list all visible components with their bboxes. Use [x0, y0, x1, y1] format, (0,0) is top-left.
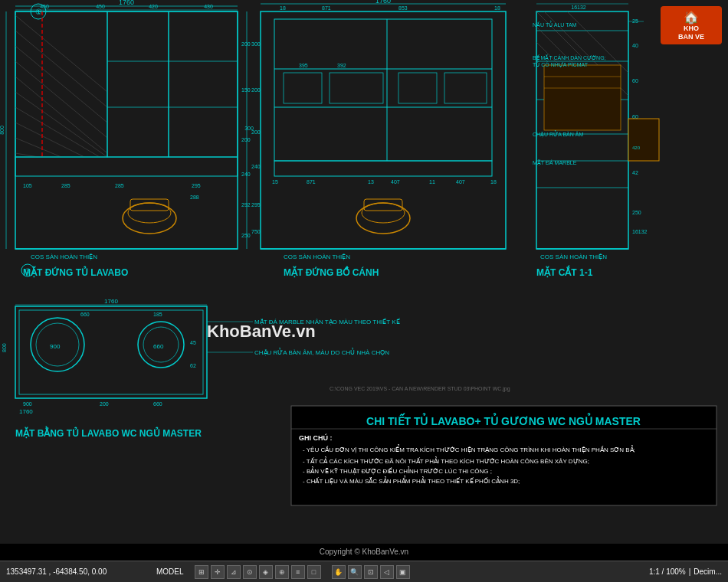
ortho-icon[interactable]: ⊿ — [227, 565, 241, 579]
svg-text:①: ① — [25, 267, 31, 275]
zoom-window-icon[interactable]: ▣ — [396, 565, 410, 579]
svg-text:42: 42 — [632, 170, 638, 175]
svg-text:800: 800 — [0, 126, 5, 135]
svg-text:COS SÀN HOÀN THIỆN: COS SÀN HOÀN THIỆN — [540, 253, 607, 260]
svg-text:TỦ CÓ NHỰA PICMAT: TỦ CÓ NHỰA PICMAT — [533, 60, 589, 68]
coordinates-display: 1353497.31 , -64384.50, 0.00 — [6, 567, 144, 576]
svg-text:420: 420 — [632, 146, 641, 150]
svg-text:40: 40 — [632, 43, 638, 48]
svg-rect-118 — [628, 119, 659, 161]
khobanve-logo: 🏠 KHO BAN VE — [661, 6, 722, 44]
svg-text:CHI TIẾT TỦ LAVABO+ TỦ GƯƠNG W: CHI TIẾT TỦ LAVABO+ TỦ GƯƠNG WC NGỦ MAST… — [366, 413, 641, 427]
svg-text:200: 200 — [251, 87, 261, 93]
svg-text:900: 900 — [50, 343, 61, 350]
grid-icon[interactable]: ⊞ — [195, 565, 208, 579]
svg-text:295: 295 — [192, 183, 201, 188]
svg-text:450: 450 — [96, 4, 105, 9]
svg-text:660: 660 — [153, 401, 162, 407]
svg-text:871: 871 — [322, 5, 331, 11]
svg-text:871: 871 — [307, 179, 316, 185]
svg-text:KhoBanVe.vn: KhoBanVe.vn — [207, 322, 316, 341]
svg-text:407: 407 — [391, 179, 400, 185]
spacer: | — [689, 567, 691, 576]
svg-text:45: 45 — [190, 340, 196, 345]
svg-text:660: 660 — [153, 343, 164, 350]
zoom-prev-icon[interactable]: ◁ — [380, 565, 394, 579]
svg-text:60: 60 — [632, 78, 638, 83]
svg-text:NẦU TỦ ALU TAM: NẦU TỦ ALU TAM — [533, 21, 577, 28]
svg-text:GHI CHÚ :: GHI CHÚ : — [299, 433, 333, 442]
tmodel-icon[interactable]: □ — [307, 565, 321, 579]
svg-text:300: 300 — [251, 41, 261, 47]
svg-text:MẶT ĐỨNG BỒ CÁNH: MẶT ĐỨNG BỒ CÁNH — [284, 266, 379, 278]
svg-text:420: 420 — [149, 4, 158, 9]
svg-text:200: 200 — [241, 41, 251, 47]
pan-icon[interactable]: ✋ — [332, 565, 346, 579]
svg-text:1760: 1760 — [19, 408, 33, 415]
snap-icon[interactable]: ✛ — [211, 565, 225, 579]
svg-text:MẶT BẰNG TỦ LAVABO WC NGỦ MAST: MẶT BẰNG TỦ LAVABO WC NGỦ MASTER — [15, 426, 202, 439]
osnap-icon[interactable]: ◈ — [259, 565, 273, 579]
svg-text:200: 200 — [100, 401, 109, 407]
svg-text:MẶT CẮT 1-1: MẶT CẮT 1-1 — [536, 265, 593, 278]
svg-text:- BẢN VẼ KỸ THUẬT ĐƯỢC ĐIỀU CH: - BẢN VẼ KỸ THUẬT ĐƯỢC ĐIỀU CHỈNH TRƯỚC … — [303, 466, 492, 475]
svg-text:COS SÀN HOÀN THIỆN: COS SÀN HOÀN THIỆN — [31, 253, 97, 260]
svg-text:BỀ MẶT CÁNH DÁN CƯỜNG;: BỀ MẶT CÁNH DÁN CƯỜNG; — [533, 54, 606, 61]
svg-text:288: 288 — [190, 195, 199, 200]
svg-text:295: 295 — [251, 202, 261, 208]
svg-text:240: 240 — [251, 164, 261, 169]
decim-status[interactable]: Decim... — [694, 567, 722, 576]
svg-text:25: 25 — [632, 18, 638, 24]
svg-text:900: 900 — [23, 401, 32, 407]
svg-text:CHẬU RỬA BÀN ÂM: CHẬU RỬA BÀN ÂM — [533, 130, 583, 138]
svg-text:13: 13 — [368, 179, 374, 185]
svg-text:392: 392 — [337, 63, 346, 68]
svg-text:285: 285 — [61, 183, 71, 188]
svg-text:430: 430 — [204, 4, 213, 9]
copyright-text: Copyright © KhoBanVe.vn — [320, 548, 408, 556]
svg-text:292: 292 — [241, 202, 251, 208]
svg-rect-105 — [544, 65, 621, 130]
svg-text:COS SÀN HOÀN THIỆN: COS SÀN HOÀN THIỆN — [284, 253, 350, 260]
svg-text:660: 660 — [80, 312, 90, 317]
svg-text:200: 200 — [241, 137, 251, 142]
nav-icons: ✋ 🔍 ⊡ ◁ ▣ — [332, 565, 410, 579]
lweight-icon[interactable]: ≡ — [291, 565, 305, 579]
copyright-bar: Copyright © KhoBanVe.vn — [0, 546, 728, 557]
svg-text:250: 250 — [241, 233, 251, 238]
zoom-icon[interactable]: 🔍 — [348, 565, 362, 579]
taskbar: 1353497.31 , -64384.50, 0.00 MODEL ⊞ ✛ ⊿… — [0, 561, 728, 582]
svg-text:395: 395 — [299, 63, 308, 68]
svg-text:1760: 1760 — [104, 298, 118, 305]
svg-text:1760: 1760 — [119, 0, 134, 6]
svg-text:853: 853 — [398, 5, 408, 11]
otrack-icon[interactable]: ⊕ — [275, 565, 289, 579]
svg-text:62: 62 — [190, 363, 196, 368]
svg-text:16132: 16132 — [571, 5, 586, 10]
svg-text:450: 450 — [40, 4, 49, 9]
model-indicator: MODEL — [156, 567, 184, 576]
svg-text:CHẬU RỬA BÀN ÂM, MÀU DO CHỦ NH: CHẬU RỬA BÀN ÂM, MÀU DO CHỦ NHÀ CHỌN — [254, 348, 389, 356]
svg-text:C:\CONG VEC 2019\VS - CAN A NE: C:\CONG VEC 2019\VS - CAN A NEW\RENDER S… — [330, 386, 510, 392]
svg-text:105: 105 — [23, 183, 32, 188]
svg-text:MẶT ĐÁ MARBLE: MẶT ĐÁ MARBLE — [533, 159, 577, 166]
svg-text:11: 11 — [429, 179, 435, 185]
svg-text:750: 750 — [251, 229, 261, 234]
svg-text:- TẤT CẢ CÁC KÍCH THƯỚC ĐÃ NÔI: - TẤT CẢ CÁC KÍCH THƯỚC ĐÃ NÔI THẤT PHẢI… — [303, 456, 589, 465]
svg-text:15: 15 — [272, 179, 278, 185]
svg-text:250: 250 — [632, 210, 641, 215]
polar-icon[interactable]: ⊙ — [243, 565, 257, 579]
zoom-level: 1:1 / 100% — [649, 567, 686, 576]
svg-text:18: 18 — [490, 179, 497, 185]
technical-drawing: ① 1760 450 450 420 430 800 300 — [0, 0, 728, 544]
zoom-extent-icon[interactable]: ⊡ — [364, 565, 378, 579]
logo-house-icon: 🏠 — [684, 10, 699, 25]
logo-text: KHO BAN VE — [678, 25, 704, 41]
taskbar-icons: ⊞ ✛ ⊿ ⊙ ◈ ⊕ ≡ □ — [195, 565, 321, 579]
svg-text:1760: 1760 — [375, 0, 391, 5]
svg-text:16132: 16132 — [632, 229, 648, 234]
svg-text:MẶT ĐỨNG TỦ LAVABO: MẶT ĐỨNG TỦ LAVABO — [23, 266, 128, 278]
svg-text:285: 285 — [115, 183, 124, 188]
svg-text:240: 240 — [241, 172, 251, 177]
svg-text:185: 185 — [153, 312, 162, 317]
